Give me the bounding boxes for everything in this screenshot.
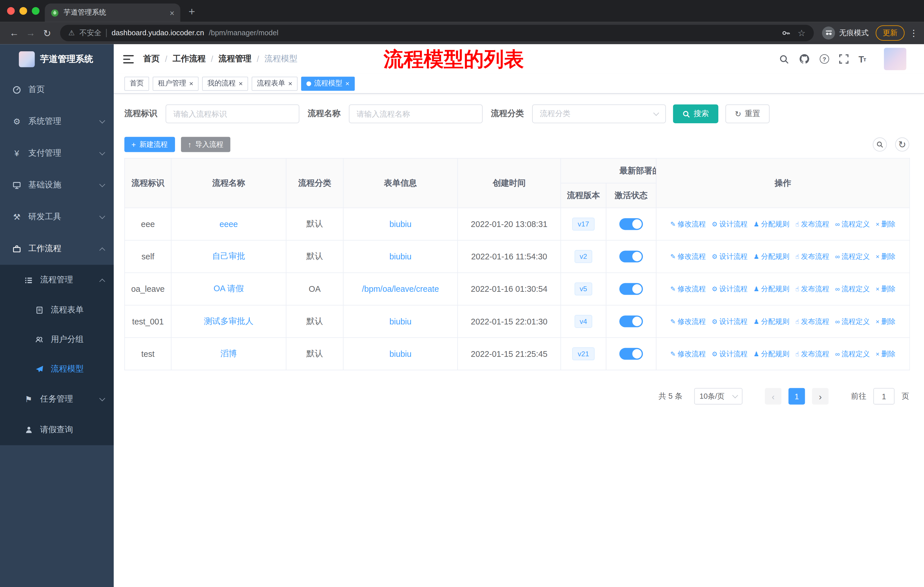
process-key-input[interactable] [165, 104, 299, 123]
process-name-link[interactable]: 测试多审批人 [204, 316, 254, 326]
process-definition-link[interactable]: ∞流程定义 [835, 349, 870, 359]
reload-icon[interactable]: ↻ [39, 28, 56, 39]
sidebar-item-leave-query[interactable]: 请假查询 [0, 415, 114, 445]
delete-process-link[interactable]: ×删除 [876, 316, 895, 326]
design-process-link[interactable]: ⚙设计流程 [712, 219, 747, 229]
active-status-toggle[interactable] [619, 251, 643, 262]
reset-button[interactable]: ↻ 重置 [726, 104, 770, 123]
search-button[interactable]: 搜索 [673, 104, 718, 123]
search-icon[interactable] [779, 54, 789, 64]
edit-process-link[interactable]: ✎修改流程 [670, 219, 706, 229]
tag-close-icon[interactable]: × [189, 79, 193, 88]
goto-page-input[interactable] [873, 388, 894, 405]
active-status-toggle[interactable] [619, 348, 643, 360]
fullscreen-icon[interactable] [839, 54, 849, 64]
user-avatar[interactable] [884, 48, 906, 70]
publish-process-link[interactable]: ☝发布流程 [795, 317, 829, 327]
address-bar[interactable]: ⚠ 不安全 dashboard.yudao.iocoder.cn /bpm/ma… [60, 25, 814, 41]
assign-rules-link[interactable]: ♟分配规则 [754, 349, 789, 359]
minimize-window-button[interactable] [20, 7, 27, 15]
page-size-select[interactable]: 10条/页 [694, 388, 743, 405]
active-status-toggle[interactable] [619, 283, 643, 295]
form-info-link[interactable]: /bpm/oa/leave/create [362, 284, 439, 294]
breadcrumb-home[interactable]: 首页 [143, 54, 160, 64]
tag-home[interactable]: 首页 [124, 76, 149, 90]
delete-process-link[interactable]: ×删除 [876, 251, 895, 261]
delete-process-link[interactable]: ×删除 [876, 284, 895, 294]
form-info-link[interactable]: biubiu [389, 252, 412, 261]
edit-process-link[interactable]: ✎修改流程 [670, 252, 706, 262]
back-icon[interactable]: ← [6, 28, 23, 38]
form-info-link[interactable]: biubiu [389, 317, 412, 326]
page-number-1[interactable]: 1 [789, 388, 805, 405]
form-info-link[interactable]: biubiu [389, 219, 412, 229]
sidebar-item-process-form[interactable]: 流程表单 [0, 296, 114, 325]
process-name-link[interactable]: 滔博 [220, 349, 237, 358]
design-process-link[interactable]: ⚙设计流程 [712, 317, 747, 327]
form-info-link[interactable]: biubiu [389, 349, 412, 359]
sidebar-item-process-model[interactable]: 流程模型 [0, 354, 114, 384]
delete-process-link[interactable]: ×删除 [876, 219, 895, 229]
assign-rules-link[interactable]: ♟分配规则 [754, 252, 789, 262]
publish-process-link[interactable]: ☝发布流程 [795, 349, 829, 359]
assign-rules-link[interactable]: ♟分配规则 [754, 317, 789, 327]
assign-rules-link[interactable]: ♟分配规则 [754, 284, 789, 294]
sidebar-item-user-group[interactable]: 用户分组 [0, 325, 114, 355]
breadcrumb-workflow[interactable]: 工作流程 [173, 54, 206, 64]
sidebar-item-payment[interactable]: ¥ 支付管理 [0, 137, 114, 169]
process-name-link[interactable]: OA 请假 [213, 284, 244, 293]
edit-process-link[interactable]: ✎修改流程 [670, 284, 706, 294]
design-process-link[interactable]: ⚙设计流程 [712, 349, 747, 359]
breadcrumb-process-mgmt[interactable]: 流程管理 [219, 54, 251, 64]
publish-process-link[interactable]: ☝发布流程 [795, 252, 829, 262]
forward-icon[interactable]: → [22, 28, 39, 38]
sidebar-item-home[interactable]: 首页 [0, 74, 114, 106]
app-logo[interactable]: 芋道管理系统 [0, 44, 114, 74]
sidebar-item-system[interactable]: ⚙ 系统管理 [0, 106, 114, 137]
process-definition-link[interactable]: ∞流程定义 [835, 316, 870, 326]
password-key-icon[interactable] [781, 28, 790, 38]
process-definition-link[interactable]: ∞流程定义 [835, 219, 870, 229]
browser-menu-icon[interactable]: ⋮ [909, 28, 918, 38]
process-name-input[interactable] [349, 104, 483, 123]
process-name-link[interactable]: 自己审批 [212, 251, 245, 261]
sidebar-item-devtools[interactable]: ⚒ 研发工具 [0, 201, 114, 233]
process-name-link[interactable]: eeee [219, 219, 238, 229]
tag-close-icon[interactable]: × [345, 79, 350, 88]
tag-my-process[interactable]: 我的流程 × [202, 76, 248, 90]
publish-process-link[interactable]: ☝发布流程 [795, 219, 829, 229]
browser-tab[interactable]: 芋道管理系统 × [45, 3, 180, 22]
prev-page-button[interactable]: ‹ [765, 388, 782, 405]
process-definition-link[interactable]: ∞流程定义 [835, 251, 870, 261]
browser-update-button[interactable]: 更新 [876, 25, 904, 40]
design-process-link[interactable]: ⚙设计流程 [712, 284, 747, 294]
close-window-button[interactable] [7, 7, 15, 15]
create-process-button[interactable]: + 新建流程 [124, 137, 175, 152]
github-icon[interactable] [799, 54, 810, 64]
sidebar-item-task-mgmt[interactable]: ⚑ 任务管理 [0, 384, 114, 415]
active-status-toggle[interactable] [619, 218, 643, 230]
sidebar-item-workflow[interactable]: 工作流程 [0, 233, 114, 265]
bookmark-star-icon[interactable]: ☆ [798, 28, 806, 38]
refresh-table-button[interactable]: ↻ [895, 137, 909, 151]
import-process-button[interactable]: ↑ 导入流程 [181, 137, 231, 152]
zoom-window-button[interactable] [32, 7, 40, 15]
tag-close-icon[interactable]: × [288, 79, 292, 88]
tag-process-model[interactable]: 流程模型 × [301, 76, 355, 90]
delete-process-link[interactable]: ×删除 [876, 349, 895, 359]
design-process-link[interactable]: ⚙设计流程 [712, 252, 747, 262]
process-definition-link[interactable]: ∞流程定义 [835, 284, 870, 294]
tag-process-form[interactable]: 流程表单 × [252, 76, 298, 90]
sidebar-item-infra[interactable]: 基础设施 [0, 169, 114, 201]
sidebar-fold-icon[interactable] [123, 55, 134, 63]
sidebar-item-process-mgmt[interactable]: 流程管理 [0, 265, 114, 296]
edit-process-link[interactable]: ✎修改流程 [670, 349, 706, 359]
font-size-icon[interactable]: Tт [858, 54, 866, 64]
next-page-button[interactable]: › [812, 388, 828, 405]
tag-tenant-mgmt[interactable]: 租户管理 × [153, 76, 199, 90]
new-tab-button[interactable]: + [188, 5, 195, 18]
tab-close-icon[interactable]: × [170, 8, 175, 18]
help-icon[interactable]: ? [820, 54, 829, 64]
toggle-search-button[interactable] [873, 137, 887, 151]
publish-process-link[interactable]: ☝发布流程 [795, 284, 829, 294]
